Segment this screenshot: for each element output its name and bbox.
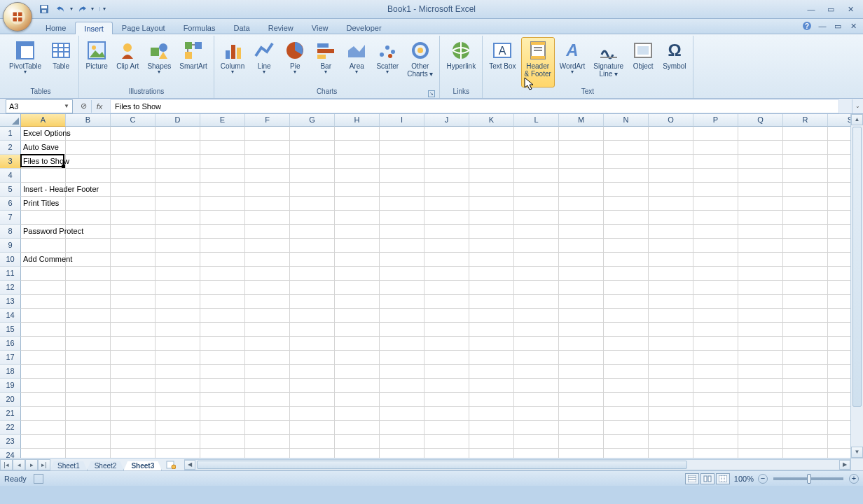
cell-M14[interactable]: [559, 309, 604, 323]
cell-H8[interactable]: [335, 225, 380, 239]
clip-art-button[interactable]: Clip Art: [113, 37, 142, 88]
scroll-up-arrow[interactable]: ▲: [851, 114, 863, 125]
cell-C7[interactable]: [111, 211, 156, 225]
cell-R17[interactable]: [783, 351, 828, 365]
cell-Q10[interactable]: [738, 253, 783, 267]
cell-C3[interactable]: [111, 155, 156, 169]
signature-line-button[interactable]: SignatureLine ▾: [590, 37, 627, 88]
cell-S1[interactable]: [828, 127, 850, 141]
cell-Q8[interactable]: [738, 225, 783, 239]
cell-S23[interactable]: [828, 435, 850, 449]
area-button[interactable]: Area▾: [342, 37, 371, 88]
cell-R14[interactable]: [783, 309, 828, 323]
select-all-button[interactable]: [0, 114, 21, 127]
cell-M20[interactable]: [559, 393, 604, 407]
cell-E3[interactable]: [200, 155, 245, 169]
cell-L11[interactable]: [514, 267, 559, 281]
zoom-in-button[interactable]: +: [849, 474, 859, 484]
cell-P2[interactable]: [693, 141, 738, 155]
cell-Q11[interactable]: [738, 267, 783, 281]
cell-K5[interactable]: [469, 183, 514, 197]
col-header-P[interactable]: P: [693, 114, 738, 127]
cell-F6[interactable]: [245, 197, 290, 211]
row-header-5[interactable]: 5: [0, 183, 21, 197]
cell-A3[interactable]: Files to Show: [21, 155, 66, 169]
cell-R3[interactable]: [783, 155, 828, 169]
cell-E16[interactable]: [200, 337, 245, 351]
cell-F3[interactable]: [245, 155, 290, 169]
undo-button[interactable]: [53, 1, 69, 17]
cell-D1[interactable]: [156, 127, 200, 141]
cell-O21[interactable]: [649, 407, 693, 421]
cell-G16[interactable]: [290, 337, 335, 351]
cell-O12[interactable]: [649, 281, 693, 295]
cell-J11[interactable]: [424, 267, 469, 281]
zoom-out-button[interactable]: −: [758, 474, 768, 484]
cell-P12[interactable]: [693, 281, 738, 295]
cell-K9[interactable]: [469, 239, 514, 253]
vertical-scrollbar[interactable]: ▲ ▼: [850, 114, 863, 458]
cell-E12[interactable]: [200, 281, 245, 295]
cell-A4[interactable]: [21, 169, 66, 183]
doc-close[interactable]: ✕: [848, 20, 859, 31]
cell-P8[interactable]: [693, 225, 738, 239]
cell-I23[interactable]: [380, 435, 424, 449]
cell-L13[interactable]: [514, 295, 559, 309]
row-header-4[interactable]: 4: [0, 169, 21, 183]
cell-C15[interactable]: [111, 323, 156, 337]
cell-L2[interactable]: [514, 141, 559, 155]
col-header-B[interactable]: B: [66, 114, 111, 127]
cell-H24[interactable]: [335, 449, 380, 458]
cell-N13[interactable]: [604, 295, 649, 309]
cell-N14[interactable]: [604, 309, 649, 323]
cell-B23[interactable]: [66, 435, 111, 449]
cell-M23[interactable]: [559, 435, 604, 449]
cell-S24[interactable]: [828, 449, 850, 458]
cell-G8[interactable]: [290, 225, 335, 239]
doc-restore[interactable]: ▭: [832, 20, 843, 31]
wordart-button[interactable]: AWordArt▾: [556, 37, 589, 88]
cell-G13[interactable]: [290, 295, 335, 309]
maximize-button[interactable]: ▭: [822, 4, 839, 15]
symbol-button[interactable]: ΩSymbol: [659, 37, 689, 88]
cell-Q20[interactable]: [738, 393, 783, 407]
cell-G9[interactable]: [290, 239, 335, 253]
cell-S10[interactable]: [828, 253, 850, 267]
cell-M6[interactable]: [559, 197, 604, 211]
cell-I17[interactable]: [380, 351, 424, 365]
cell-G7[interactable]: [290, 211, 335, 225]
cell-L19[interactable]: [514, 379, 559, 393]
cell-A16[interactable]: [21, 337, 66, 351]
cell-B15[interactable]: [66, 323, 111, 337]
redo-dropdown[interactable]: ▾: [91, 7, 94, 11]
cell-F8[interactable]: [245, 225, 290, 239]
cell-D11[interactable]: [156, 267, 200, 281]
cell-G20[interactable]: [290, 393, 335, 407]
dialog-launcher[interactable]: ↘: [428, 90, 435, 97]
cell-O11[interactable]: [649, 267, 693, 281]
cell-D5[interactable]: [156, 183, 200, 197]
cell-L1[interactable]: [514, 127, 559, 141]
cell-F20[interactable]: [245, 393, 290, 407]
row-header-6[interactable]: 6: [0, 197, 21, 211]
cell-S14[interactable]: [828, 309, 850, 323]
row-header-2[interactable]: 2: [0, 141, 21, 155]
cell-D18[interactable]: [156, 365, 200, 379]
cell-R22[interactable]: [783, 421, 828, 435]
cell-C12[interactable]: [111, 281, 156, 295]
cell-J17[interactable]: [424, 351, 469, 365]
cell-J9[interactable]: [424, 239, 469, 253]
sheet-tab-sheet2[interactable]: Sheet2: [87, 461, 125, 471]
cell-E23[interactable]: [200, 435, 245, 449]
cell-L9[interactable]: [514, 239, 559, 253]
cell-M11[interactable]: [559, 267, 604, 281]
cell-K21[interactable]: [469, 407, 514, 421]
cell-S3[interactable]: [828, 155, 850, 169]
cell-E18[interactable]: [200, 365, 245, 379]
cell-I13[interactable]: [380, 295, 424, 309]
cell-G21[interactable]: [290, 407, 335, 421]
col-header-H[interactable]: H: [335, 114, 380, 127]
cell-J13[interactable]: [424, 295, 469, 309]
cell-F10[interactable]: [245, 253, 290, 267]
cell-Q21[interactable]: [738, 407, 783, 421]
